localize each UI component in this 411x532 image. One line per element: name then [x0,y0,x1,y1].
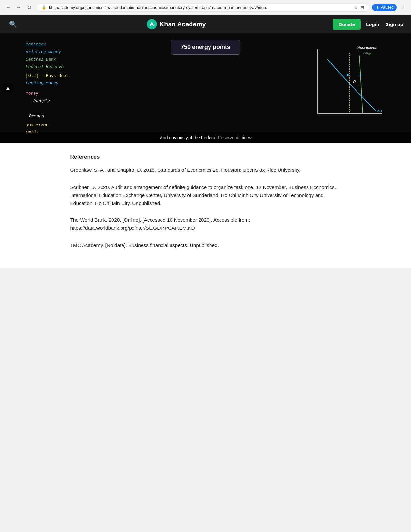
content-area: References Greenlaw, S. A., and Shapiro,… [51,143,360,268]
reference-text-2: Scribner, D. 2020. Audit and arrangement… [70,184,336,206]
graph-svg: ASSR AD P Aggregates [308,43,392,127]
svg-text:P: P [353,79,356,84]
browser-chrome: ← → ↻ 🔒 khanacademy.org/economics-financ… [0,0,411,15]
reference-item-4: TMC Academy. [No date]. Business financi… [70,241,341,249]
paused-label: Paused [380,5,394,10]
svg-text:AD: AD [377,109,382,113]
ka-nav-actions: Donate Login Sign up [333,19,405,30]
back-button[interactable]: ← [4,3,13,12]
browser-actions: ⏸ Paused ⋮ [372,3,407,12]
svg-point-0 [147,19,157,29]
svg-text:ASSR: ASSR [363,51,372,56]
search-button[interactable]: 🔍 [6,18,20,31]
reference-text-1: Greenlaw, S. A., and Shapiro, D. 2018. S… [70,167,301,173]
energy-points-box: 750 energy points [171,40,240,55]
address-bar[interactable]: 🔒 khanacademy.org/economics-finance-doma… [36,4,369,12]
ka-logo-icon [147,19,157,29]
subtitle-bar: And obviously, if the Federal Reserve de… [0,132,411,143]
logo-text: Khan Academy [160,21,206,28]
login-button[interactable]: Login [365,19,380,30]
reference-text-3: The World Bank. 2020. [Online]. [Accesse… [70,217,250,231]
reference-item-3: The World Bank. 2020. [Online]. [Accesse… [70,216,341,232]
forward-button[interactable]: → [14,3,23,12]
browser-nav-buttons: ← → ↻ [4,3,34,12]
subtitle-text: And obviously, if the Federal Reserve de… [160,135,251,140]
donate-button[interactable]: Donate [333,19,361,30]
ka-navbar: 🔍 Khan Academy Donate Login Sign up [0,15,411,33]
ka-logo: Khan Academy [20,19,333,29]
search-icon: 🔍 [9,20,17,28]
references-heading: References [70,152,341,161]
browser-menu-button[interactable]: ⋮ [399,3,407,12]
svg-text:Aggregates: Aggregates [357,45,376,49]
reference-item-2: Scribner, D. 2020. Audit and arrangement… [70,183,341,207]
page-wrapper: 🔍 Khan Academy Donate Login Sign up ▲ Mo… [0,15,411,268]
video-container: ▲ Monetary printing money Central Bank F… [0,33,411,143]
reader-icon[interactable]: ⊟ [360,5,364,10]
lock-icon: 🔒 [42,5,46,10]
energy-points-text: 750 energy points [181,44,230,50]
refresh-button[interactable]: ↻ [24,3,34,12]
url-text: khanacademy.org/economics-finance-domain… [49,5,351,10]
paused-button[interactable]: ⏸ Paused [372,4,397,11]
star-icon[interactable]: ☆ [354,5,358,10]
reference-text-4: TMC Academy. [No date]. Business financi… [70,242,219,248]
pause-icon: ⏸ [375,5,379,10]
reference-item-1: Greenlaw, S. A., and Shapiro, D. 2018. S… [70,166,341,174]
scroll-indicator[interactable]: ▲ [3,83,13,93]
blackboard: ▲ Monetary printing money Central Bank F… [0,33,411,143]
signup-button[interactable]: Sign up [384,19,405,30]
